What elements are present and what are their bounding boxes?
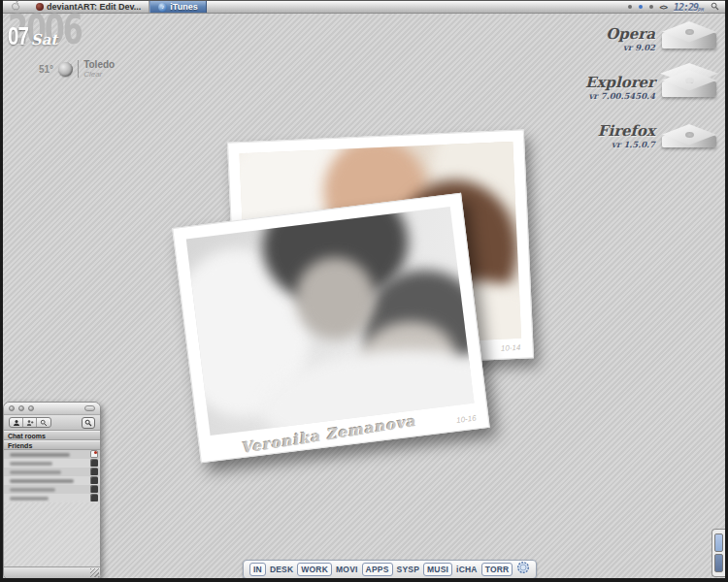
contact-row[interactable] [4, 476, 100, 485]
clock-meridiem: PM [698, 7, 704, 13]
white-box-flat-icon [657, 116, 721, 157]
app-launchers: Opera vr 9.02 Explorer vr 7.00.5450.4 [585, 19, 721, 157]
itunes-icon: ♪ [158, 3, 167, 12]
workspace-dot-3[interactable] [649, 5, 653, 9]
search-contacts-button[interactable] [37, 418, 50, 427]
tab-label: iTunes [170, 2, 197, 12]
white-box-open-icon [657, 68, 721, 109]
shortcut-dock: IN DESK WORK MOVI APPS SYSP MUSI iCHA TO… [243, 560, 537, 578]
launcher-opera[interactable]: Opera vr 9.02 [585, 19, 721, 60]
weather-city: Toledo [83, 59, 115, 70]
collapse-widget[interactable] [84, 405, 95, 411]
white-box-icon [657, 19, 721, 60]
launcher-name: Opera [606, 27, 655, 43]
polaroid-photo-front: Veronika Zemanova 10-16 [172, 193, 489, 464]
resize-grip[interactable] [90, 568, 99, 577]
contact-status-icon [90, 468, 98, 475]
weekday-label: Sat [31, 31, 57, 48]
menubar-clock: 12:29PM [674, 2, 704, 13]
dock-item-musi[interactable]: MUSI [423, 563, 452, 576]
group-friends[interactable]: Friends [4, 440, 100, 450]
contact-row[interactable] [4, 494, 100, 502]
code-brackets-icon[interactable]: <> [660, 3, 667, 12]
screen-frame: deviantART: Edit Dev... ♪ iTunes <> 12:2… [0, 0, 728, 582]
buddy-toolbar [4, 415, 100, 431]
contact-name-redacted [10, 453, 70, 457]
menu-bar: deviantART: Edit Dev... ♪ iTunes <> 12:2… [3, 0, 725, 14]
contact-row[interactable] [4, 459, 100, 468]
buddy-list-empty-area [4, 502, 100, 566]
launcher-version: vr 7.00.5450.4 [585, 91, 655, 101]
photo-grayscale-portrait [186, 207, 475, 436]
zoom-button[interactable] [28, 405, 34, 411]
dock-item-apps[interactable]: APPS [362, 563, 393, 576]
view-segmented-control [9, 417, 51, 428]
dock-item-work[interactable]: WORK [297, 563, 332, 576]
date-widget: 2006 07 Sat 51° Toledo Clear [8, 13, 163, 48]
launcher-version: vr 9.02 [606, 43, 655, 52]
moon-weather-icon [58, 62, 73, 77]
workspace-dot-1[interactable] [628, 5, 632, 9]
add-contact-button[interactable] [23, 418, 37, 427]
buddy-list-window: Chat rooms Friends [3, 402, 101, 578]
contact-row[interactable] [4, 468, 100, 476]
dock-item-in[interactable]: IN [249, 563, 266, 576]
contact-name-redacted [10, 479, 74, 483]
contact-status-icon [90, 476, 98, 484]
dock-item-desk[interactable]: DESK [268, 564, 295, 575]
dock-item-sysp[interactable]: SYSP [395, 564, 421, 575]
dock-item-torr[interactable]: TORR [481, 563, 513, 576]
contact-row[interactable] [4, 485, 100, 494]
contact-row[interactable] [4, 450, 100, 459]
contact-name-redacted [10, 470, 61, 474]
contact-status-icon [90, 494, 98, 501]
contact-list [4, 450, 100, 502]
search-button[interactable] [82, 417, 95, 429]
edge-panel-widget[interactable] [711, 529, 725, 577]
launcher-version: vr 1.5.0.7 [598, 140, 655, 149]
launcher-firefox[interactable]: Firefox vr 1.5.0.7 [585, 116, 721, 157]
edge-slot-bottom[interactable] [714, 554, 723, 572]
contact-name-redacted [10, 462, 52, 466]
contact-status-icon [90, 450, 98, 458]
dock-item-movi[interactable]: MOVI [334, 564, 360, 575]
photo-corner-mark: 10-14 [501, 343, 521, 353]
window-titlebar[interactable] [4, 403, 100, 415]
minimize-button[interactable] [18, 405, 24, 411]
contacts-view-button[interactable] [10, 418, 23, 427]
group-chat-rooms[interactable]: Chat rooms [4, 431, 100, 440]
rosette-seal-icon[interactable] [516, 561, 530, 578]
divider [78, 60, 79, 78]
contact-name-redacted [10, 488, 55, 492]
dock-item-icha[interactable]: iCHA [454, 564, 480, 575]
launcher-name: Firefox [598, 124, 655, 140]
day-number: 07 [8, 22, 28, 50]
contact-name-redacted [10, 497, 49, 501]
workspace-dot-2-active[interactable] [639, 5, 643, 9]
desktop: deviantART: Edit Dev... ♪ iTunes <> 12:2… [3, 0, 725, 578]
edge-slot-top[interactable] [714, 534, 723, 552]
contact-status-icon [90, 485, 98, 493]
close-button[interactable] [9, 405, 15, 411]
weather-widget: 51° Toledo Clear [39, 59, 115, 79]
search-icon[interactable] [711, 2, 719, 13]
temperature: 51° [39, 64, 53, 75]
contact-status-icon [90, 459, 98, 467]
launcher-name: Explorer [585, 76, 655, 91]
window-statusbar [4, 566, 100, 578]
launcher-explorer[interactable]: Explorer vr 7.00.5450.4 [585, 68, 721, 109]
photo-corner-mark: 10-16 [456, 414, 477, 425]
weather-condition: Clear [83, 70, 115, 79]
tab-itunes-window[interactable]: ♪ iTunes [149, 1, 206, 13]
menubar-right-cluster: <> 12:29PM [628, 1, 725, 13]
